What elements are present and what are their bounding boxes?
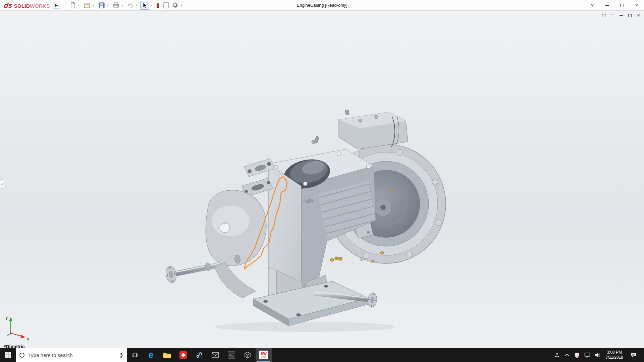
security-tray-button[interactable] <box>573 348 582 362</box>
save-caret[interactable]: ▾ <box>107 4 111 7</box>
engine-casing-model[interactable] <box>158 110 453 333</box>
start-button[interactable] <box>0 348 16 362</box>
maximize-icon <box>620 4 624 7</box>
document-title: EngineCasing [Read-only] <box>297 3 347 8</box>
minimize-icon <box>605 5 609 6</box>
action-center-button[interactable] <box>627 348 640 362</box>
undo-icon <box>127 3 133 8</box>
doc-new-window-button[interactable] <box>611 14 614 17</box>
top-cover[interactable] <box>339 110 408 149</box>
system-tray: 3:08 PM 7/11/2018 <box>553 348 644 362</box>
taskbar-search[interactable] <box>16 348 127 362</box>
spreadsheet-icon <box>163 2 169 8</box>
graphics-area[interactable]: × <box>0 11 644 348</box>
print-button[interactable] <box>111 1 120 9</box>
help-button[interactable]: ? <box>585 0 600 11</box>
doc-minimize-icon <box>620 15 623 16</box>
y-axis-label: Y <box>5 316 8 320</box>
task-view-button[interactable] <box>127 348 143 362</box>
taskbar-app-cad-tool[interactable] <box>239 348 256 362</box>
network-tray-button[interactable] <box>583 348 592 362</box>
tab-dot-icon <box>1 183 3 185</box>
print-caret[interactable]: ▾ <box>121 4 125 7</box>
volume-tray-button[interactable] <box>593 348 602 362</box>
select-tool-caret[interactable]: ▾ <box>150 4 154 7</box>
red-capsule-icon <box>156 2 160 8</box>
taskbar-app-red[interactable] <box>175 348 191 362</box>
taskbar-app-edge[interactable]: e <box>143 348 159 362</box>
options-caret[interactable]: ▾ <box>180 4 184 7</box>
doc-pane-button[interactable] <box>602 14 605 17</box>
taskbar-clock[interactable]: 3:08 PM 7/11/2018 <box>603 350 626 360</box>
task-view-icon <box>131 352 138 358</box>
close-icon: × <box>635 3 638 8</box>
close-button[interactable]: × <box>629 0 644 11</box>
clock-time: 3:08 PM <box>606 350 624 355</box>
pane-icon <box>602 14 605 17</box>
new-document-button[interactable] <box>69 1 77 9</box>
solidworks-logo: ds SOLID WORKS <box>0 1 53 9</box>
open-button[interactable] <box>83 1 92 9</box>
search-input[interactable] <box>28 352 116 358</box>
doc-restore-button[interactable] <box>628 14 632 17</box>
options-button[interactable] <box>171 1 180 9</box>
menu-flyout-button[interactable]: ▶ <box>53 2 60 9</box>
doc-close-button[interactable]: × <box>637 13 640 18</box>
select-arrow-icon <box>142 2 148 8</box>
standard-toolbar: ▾ ▾ ▾ ▾ ▾ <box>69 1 184 10</box>
new-document-caret[interactable]: ▾ <box>78 4 82 7</box>
file-explorer-icon <box>163 352 171 358</box>
print-icon <box>113 2 119 8</box>
taskbar-app-command-prompt[interactable]: >_ <box>223 348 239 362</box>
command-prompt-icon: >_ <box>228 351 235 359</box>
orientation-triad[interactable]: Y X <box>3 314 35 342</box>
properties-sheet-button[interactable] <box>162 1 170 9</box>
cylinder-block[interactable] <box>268 136 376 297</box>
solidworks-icon: SW 2017 <box>259 351 268 359</box>
doc-restore-icon <box>628 14 632 17</box>
windows-taskbar: e >_ SW 2017 <box>0 348 644 362</box>
ground-shadow <box>215 322 396 332</box>
taskbar-app-solidworks[interactable]: SW 2017 <box>256 348 272 362</box>
undo-button[interactable] <box>126 2 135 9</box>
doc-minimize-button[interactable] <box>620 15 623 16</box>
logo-works-text: WORKS <box>30 3 50 9</box>
feature-tree-collapsed-tab[interactable] <box>0 179 4 189</box>
microphone-icon[interactable] <box>119 352 123 358</box>
document-window-controls: × <box>602 13 640 18</box>
cortana-icon <box>19 353 24 358</box>
maximize-button[interactable] <box>614 0 629 11</box>
taskbar-app-steam[interactable] <box>191 348 207 362</box>
new-document-icon <box>70 2 76 8</box>
taskbar-app-mail[interactable] <box>207 348 223 362</box>
save-icon <box>99 2 105 8</box>
window-icon <box>611 14 614 17</box>
chevron-up-icon <box>565 354 569 356</box>
select-tool-button[interactable] <box>140 1 149 10</box>
taskbar-app-file-explorer[interactable] <box>159 348 175 362</box>
titlebar: ds SOLID WORKS ▶ ▾ ▾ ▾ <box>0 0 644 11</box>
undo-caret[interactable]: ▾ <box>136 4 140 7</box>
save-button[interactable] <box>97 1 106 9</box>
windows-logo-icon <box>5 352 11 358</box>
network-icon <box>584 352 590 358</box>
settings-gear-icon <box>172 2 178 8</box>
x-axis-label: X <box>27 337 30 341</box>
top-bolt <box>345 110 349 115</box>
open-caret[interactable]: ▾ <box>93 4 97 7</box>
logo-solid-text: SOLID <box>14 3 30 9</box>
people-icon <box>554 352 560 358</box>
red-app-icon <box>179 351 187 359</box>
tray-overflow-button[interactable] <box>563 348 572 362</box>
minimize-button[interactable] <box>600 0 614 11</box>
left-cover[interactable] <box>206 190 266 298</box>
open-folder-icon <box>84 2 91 8</box>
x-axis-arrow <box>20 335 25 338</box>
people-button[interactable] <box>553 348 561 362</box>
steam-icon <box>195 351 203 359</box>
cad-cube-icon <box>244 351 251 359</box>
gold-bolt <box>330 258 334 261</box>
appearance-button[interactable] <box>155 1 161 9</box>
volume-icon <box>594 353 600 358</box>
action-center-icon <box>631 352 637 358</box>
